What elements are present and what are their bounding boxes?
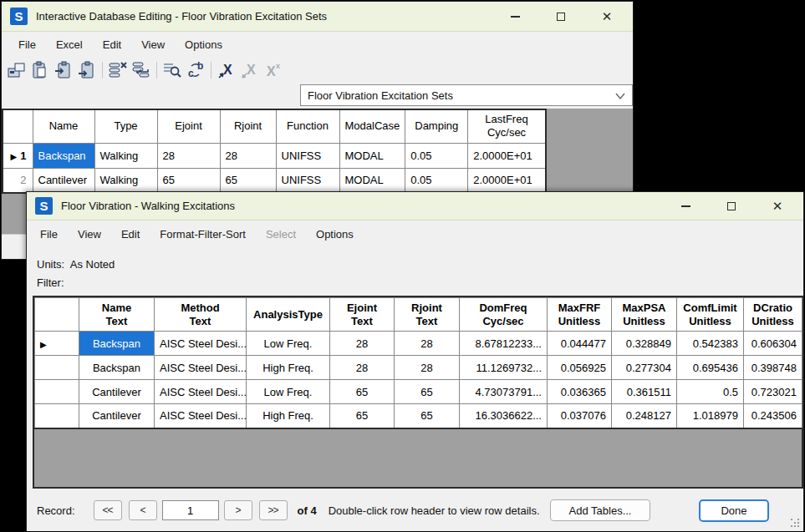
row-header[interactable] [35, 404, 79, 428]
cell-comflimit[interactable]: 0.542383 [677, 332, 744, 356]
maximize-button[interactable] [542, 5, 580, 28]
cell-domfreq[interactable]: 8.67812233... [460, 332, 548, 356]
cell-rjoint[interactable]: 28 [220, 143, 276, 168]
cell-rjoint[interactable]: 65 [220, 168, 276, 193]
cell-name[interactable]: Backspan [79, 332, 155, 356]
cell-maxpsa[interactable]: 0.277304 [612, 356, 677, 380]
menu-view[interactable]: View [131, 34, 175, 55]
insert-row-icon[interactable] [130, 59, 152, 81]
previous-record-button[interactable]: < [129, 500, 157, 520]
cell-rjoint[interactable]: 28 [395, 332, 460, 356]
row-header[interactable]: 2 [3, 168, 33, 193]
cell-name[interactable]: Cantilever [79, 404, 155, 428]
apply-and-close-icon[interactable]: X [216, 59, 237, 81]
cell-analysistype[interactable]: Low Freq. [247, 332, 330, 356]
cell-name[interactable]: Cantilever [79, 380, 155, 404]
menu-edit[interactable]: Edit [111, 224, 150, 245]
row-header[interactable]: ▶ [35, 332, 79, 356]
cell-ejoint[interactable]: 65 [330, 380, 395, 404]
find-icon[interactable] [161, 59, 183, 81]
cell-analysistype[interactable]: High Freq. [247, 404, 330, 428]
cell-modalcase[interactable]: MODAL [339, 143, 405, 168]
table-select-dropdown[interactable]: Floor Vibration Excitation Sets [300, 84, 633, 106]
paste-insert-icon[interactable] [53, 59, 74, 81]
cell-maxfrf[interactable]: 0.056925 [548, 356, 612, 380]
copy-table-icon[interactable] [6, 59, 28, 81]
cancel-and-close-icon[interactable]: Xx [262, 59, 284, 81]
cell-damping[interactable]: 0.05 [405, 143, 468, 168]
cell-maxfrf[interactable]: 0.037076 [548, 404, 612, 428]
cell-type[interactable]: Walking [94, 143, 157, 168]
row-header[interactable] [35, 380, 79, 404]
menu-options[interactable]: Options [175, 34, 232, 55]
cell-lastfreq[interactable]: 2.0000E+01 [468, 168, 546, 193]
minimize-button[interactable] [666, 195, 705, 218]
cell-damping[interactable]: 0.05 [405, 168, 468, 193]
cell-domfreq[interactable]: 4.73073791... [460, 380, 548, 404]
cell-domfreq[interactable]: 16.3036622... [460, 404, 548, 428]
cell-maxfrf[interactable]: 0.044477 [548, 332, 612, 356]
cell-method[interactable]: AISC Steel Desi... [155, 332, 247, 356]
cell-ejoint[interactable]: 28 [330, 356, 395, 380]
window2-titlebar[interactable]: S Floor Vibration - Walking Excitations … [27, 192, 803, 220]
cell-ejoint[interactable]: 65 [330, 404, 395, 428]
cell-comflimit[interactable]: 1.018979 [677, 404, 744, 428]
cell-name[interactable]: Cantilever [33, 168, 94, 193]
window1-titlebar[interactable]: S Interactive Database Editing - Floor V… [2, 2, 633, 32]
last-record-button[interactable]: >> [259, 500, 288, 520]
cell-name[interactable]: Backspan [33, 143, 94, 168]
first-record-button[interactable]: << [94, 500, 122, 520]
cell-domfreq[interactable]: 11.1269732... [460, 356, 548, 380]
cell-dcratio[interactable]: 0.606304 [744, 332, 802, 356]
cell-maxpsa[interactable]: 0.328849 [612, 332, 677, 356]
replace-icon[interactable]: cb [185, 59, 206, 81]
minimize-button[interactable] [496, 5, 534, 28]
cell-modalcase[interactable]: MODAL [339, 168, 405, 193]
cell-method[interactable]: AISC Steel Desi... [155, 380, 247, 404]
paste-append-icon[interactable] [76, 59, 98, 81]
row-header[interactable] [35, 356, 79, 380]
resize-grip[interactable] [791, 519, 801, 529]
paste-icon[interactable] [29, 59, 51, 81]
cell-maxfrf[interactable]: 0.036365 [548, 380, 612, 404]
maximize-button[interactable] [712, 195, 751, 218]
cell-dcratio[interactable]: 0.723021 [744, 380, 802, 404]
close-button[interactable]: ✕ [588, 5, 626, 28]
cell-method[interactable]: AISC Steel Desi... [155, 404, 247, 428]
cell-function[interactable]: UNIFSS [276, 143, 339, 168]
cell-rjoint[interactable]: 65 [395, 380, 460, 404]
cell-maxpsa[interactable]: 0.361511 [612, 380, 677, 404]
delete-rows-icon[interactable] [107, 59, 129, 81]
cell-function[interactable]: UNIFSS [276, 168, 339, 193]
cell-type[interactable]: Walking [94, 168, 157, 193]
cell-ejoint[interactable]: 65 [157, 168, 220, 193]
cell-comflimit[interactable]: 0.5 [677, 380, 744, 404]
cell-dcratio[interactable]: 0.243506 [744, 404, 802, 428]
menu-edit[interactable]: Edit [93, 34, 131, 55]
done-button[interactable]: Done [699, 499, 768, 522]
cell-comflimit[interactable]: 0.695436 [677, 356, 744, 380]
add-tables-button[interactable]: Add Tables... [550, 499, 651, 521]
cell-rjoint[interactable]: 65 [395, 404, 460, 428]
cell-ejoint[interactable]: 28 [157, 143, 220, 168]
menu-view[interactable]: View [68, 224, 111, 245]
cell-analysistype[interactable]: High Freq. [247, 356, 330, 380]
discard-and-close-icon[interactable]: X [239, 59, 261, 81]
menu-format-filter-sort[interactable]: Format-Filter-Sort [150, 224, 256, 245]
menu-file[interactable]: File [30, 224, 68, 245]
row-header[interactable]: ▶1 [3, 143, 33, 168]
cell-maxpsa[interactable]: 0.248127 [612, 404, 677, 428]
next-record-button[interactable]: > [224, 500, 252, 520]
cell-analysistype[interactable]: Low Freq. [247, 380, 330, 404]
menu-file[interactable]: File [8, 34, 46, 55]
cell-method[interactable]: AISC Steel Desi... [155, 356, 247, 380]
cell-ejoint[interactable]: 28 [330, 332, 395, 356]
cell-lastfreq[interactable]: 2.0000E+01 [468, 143, 546, 168]
menu-excel[interactable]: Excel [46, 34, 93, 55]
record-number-input[interactable] [162, 500, 219, 520]
cell-rjoint[interactable]: 28 [395, 356, 460, 380]
menu-options[interactable]: Options [306, 224, 364, 245]
cell-name[interactable]: Backspan [79, 356, 155, 380]
cell-dcratio[interactable]: 0.398748 [744, 356, 802, 380]
close-button[interactable]: ✕ [758, 195, 797, 218]
